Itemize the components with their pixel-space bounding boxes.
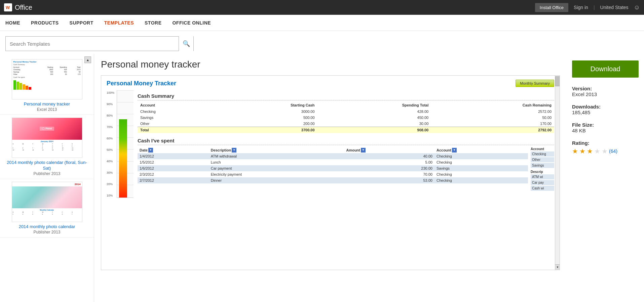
- rating-count[interactable]: (64): [609, 148, 617, 154]
- sidebar-item-calendar-2014[interactable]: 🌸 Floral January 2014 SMTWTFS 1234 56789…: [0, 115, 94, 179]
- table-row: Other 200.00 30.00 170.00: [138, 121, 554, 127]
- chart-label-20: 20%: [107, 182, 114, 186]
- preview-header: Personal Money Tracker Monthly Summary: [107, 80, 554, 87]
- search-container: 🔍: [5, 36, 194, 51]
- sidebar-item-sub-2: Publisher 2013: [4, 171, 90, 176]
- nav-bar: HOME PRODUCTS SUPPORT TEMPLATES STORE OF…: [0, 15, 644, 31]
- desc-filter-cash[interactable]: Cash wi: [531, 186, 554, 191]
- right-panel: Download Version: Excel 2013 Downloads: …: [567, 54, 644, 302]
- cell-starting: 3000.00: [212, 109, 317, 115]
- nav-templates[interactable]: TEMPLATES: [104, 20, 134, 26]
- cell-desc: ATM withdrawal: [209, 153, 344, 159]
- col-spending: Spending Total: [317, 102, 431, 109]
- version-value: Excel 2013: [572, 91, 597, 97]
- cell-account: Other: [138, 121, 212, 127]
- region-selector[interactable]: United States: [600, 5, 629, 10]
- cell-account: Checking: [434, 159, 528, 165]
- cell-account: Checking: [434, 153, 528, 159]
- chart-label-80: 80%: [107, 114, 114, 117]
- col-account: Account: [138, 102, 212, 109]
- cell-starting: 500.00: [212, 115, 317, 121]
- col-account-spent: Account ▼: [434, 147, 528, 153]
- rating-info: Rating: ★ ★ ★ ★ ★ (64): [572, 140, 639, 155]
- table-row: Savings 500.00 450.00 50.00: [138, 115, 554, 121]
- cash-summary-table: Account Starting Cash Spending Total Cas…: [138, 102, 554, 133]
- sidebar-item-calendar-2014b[interactable]: 2014 Monthly Calendar SMTWTFS 1234567 20…: [0, 179, 94, 238]
- smiley-icon[interactable]: ☺: [634, 4, 640, 11]
- account-dropdown-arrow[interactable]: ▼: [452, 148, 457, 153]
- filesize-info: File Size: 48 KB: [572, 122, 639, 133]
- office-logo-icon: W: [4, 3, 12, 11]
- downloads-label: Downloads:: [572, 104, 601, 110]
- filesize-label: File Size:: [572, 122, 594, 128]
- cell-remaining: 2572.00: [431, 109, 554, 115]
- version-label: Version:: [572, 86, 592, 91]
- center-panel: Personal money tracker Personal Money Tr…: [94, 54, 567, 302]
- sidebar-item-title-3: 2014 monthly photo calendar: [4, 224, 90, 230]
- sidebar-item-personal-money-tracker[interactable]: Personal Money Tracker Cash Summary Acco…: [0, 56, 94, 115]
- sidebar-thumb-3: 2014 Monthly Calendar SMTWTFS 1234567: [12, 182, 82, 222]
- account-dropdown[interactable]: Account ▼: [437, 148, 457, 153]
- nav-store[interactable]: STORE: [145, 20, 161, 26]
- preview-scrollbar[interactable]: ▼: [555, 76, 560, 270]
- download-button[interactable]: Download: [572, 60, 639, 78]
- cell-account: Savings: [434, 165, 528, 171]
- version-info: Version: Excel 2013: [572, 86, 639, 97]
- desc-dropdown[interactable]: Description ▼: [211, 148, 237, 153]
- sidebar-scroll-up[interactable]: ▲: [84, 56, 91, 63]
- cash-spent-title: Cash I've spent: [138, 138, 554, 143]
- amount-dropdown-arrow[interactable]: ▼: [361, 148, 366, 153]
- nav-products[interactable]: PRODUCTS: [31, 20, 59, 26]
- chart-label-30: 30%: [107, 171, 114, 174]
- date-dropdown-arrow[interactable]: ▼: [148, 148, 153, 153]
- chart-label-40: 40%: [107, 160, 114, 163]
- account-filter-other[interactable]: Other: [531, 157, 554, 162]
- desc-filter-atm[interactable]: ATM wi: [531, 174, 554, 179]
- nav-office-online[interactable]: OFFICE ONLINE: [172, 20, 211, 26]
- sign-in-link[interactable]: Sign in: [574, 5, 588, 10]
- preview-right-content: Cash Summary Account Starting Cash Spend…: [138, 90, 554, 198]
- star-1: ★: [572, 147, 578, 155]
- chart-label-100: 100%: [107, 91, 114, 94]
- desc-dropdown-arrow[interactable]: ▼: [232, 148, 236, 153]
- cell-account: Checking: [138, 109, 212, 115]
- install-office-button[interactable]: Install Office: [535, 3, 568, 12]
- cash-spent-table-wrapper: Date ▼ Description ▼: [138, 147, 528, 191]
- cell-spending: 428.00: [317, 109, 431, 115]
- cell-desc: Lunch: [209, 159, 344, 165]
- sidebar-thumb-2: 🌸 Floral January 2014 SMTWTFS 1234 56789…: [12, 118, 82, 158]
- scrollbar-down-arrow[interactable]: ▼: [555, 264, 560, 270]
- cell-amount: 40.00: [344, 153, 434, 159]
- nav-support[interactable]: SUPPORT: [70, 20, 93, 26]
- col-amount: Amount ▼: [344, 147, 434, 153]
- nav-divider: |: [594, 5, 595, 10]
- top-bar-left: W Office: [4, 3, 32, 11]
- rating-stars: ★ ★ ★ ★ ★ (64): [572, 147, 639, 155]
- cell-spending: 450.00: [317, 115, 431, 121]
- main-content: ▲ Personal Money Tracker Cash Summary Ac…: [0, 54, 644, 302]
- account-filter-checking[interactable]: Checking: [531, 152, 554, 157]
- monthly-summary-button[interactable]: Monthly Summary: [516, 80, 554, 87]
- nav-home[interactable]: HOME: [5, 20, 20, 26]
- search-icon: 🔍: [183, 40, 190, 47]
- page-title: Personal money tracker: [101, 59, 560, 70]
- cell-total-label: Total: [138, 127, 212, 133]
- chart-label-10: 10%: [107, 194, 114, 197]
- cell-desc: Electricity payment: [209, 171, 344, 177]
- downloads-value: 185,485: [572, 110, 590, 115]
- cell-amount: 230.00: [344, 165, 434, 171]
- sidebar-item-title-1: Personal money tracker: [4, 101, 90, 107]
- desc-filter-car[interactable]: Car pay: [531, 180, 554, 185]
- date-dropdown[interactable]: Date ▼: [140, 148, 153, 153]
- account-filter-savings[interactable]: Savings: [531, 163, 554, 168]
- col-desc: Description ▼: [209, 147, 344, 153]
- scrollbar-thumb[interactable]: [555, 76, 560, 86]
- amount-dropdown[interactable]: Amount ▼: [346, 148, 366, 153]
- cash-spent-table: Date ▼ Description ▼: [138, 147, 528, 183]
- star-3: ★: [587, 147, 593, 155]
- cell-date: 1/4/2012: [138, 153, 209, 159]
- cell-amount: 70.00: [344, 171, 434, 177]
- cell-total-starting: 3700.00: [212, 127, 317, 133]
- search-input[interactable]: [6, 41, 179, 47]
- search-button[interactable]: 🔍: [179, 36, 193, 51]
